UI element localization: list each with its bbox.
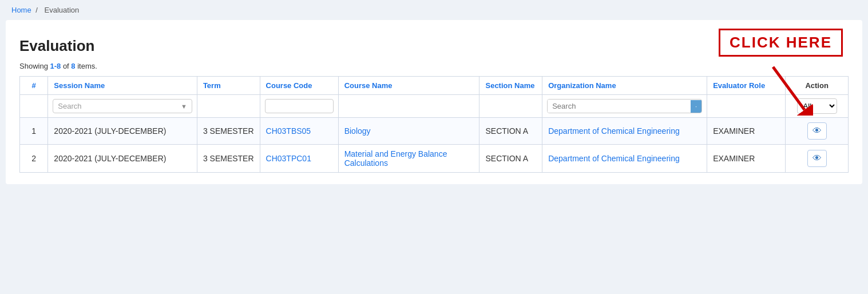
svg-line-1: [773, 67, 804, 110]
session-dropdown-caret: ▼: [181, 103, 187, 110]
filter-num: [20, 95, 48, 118]
cell-course-name: Biology: [338, 118, 479, 145]
col-header-section[interactable]: Section Name: [479, 77, 542, 95]
table-body: 1 2020-2021 (JULY-DECEMBER) 3 SEMESTER C…: [20, 118, 849, 173]
cell-course-code: CH03TBS05: [260, 118, 338, 145]
session-search-dropdown[interactable]: Search ▼: [53, 99, 192, 113]
showing-text: Showing 1-8 of 8 items.: [19, 62, 849, 70]
col-header-num: #: [20, 77, 48, 95]
org-search-button[interactable]: ·: [691, 100, 701, 113]
cell-num: 2: [20, 145, 48, 173]
page-wrapper: CLICK HERE Evaluation Showing 1-8 of 8 i…: [19, 31, 849, 173]
view-button[interactable]: 👁: [807, 122, 827, 140]
cell-role: EXAMINER: [707, 145, 786, 173]
session-search-placeholder: Search: [58, 102, 81, 110]
arrow-icon: [767, 64, 813, 116]
table-row: 1 2020-2021 (JULY-DECEMBER) 3 SEMESTER C…: [20, 118, 849, 145]
cell-section: SECTION A: [479, 118, 542, 145]
org-search-container: ·: [547, 99, 702, 113]
cell-section: SECTION A: [479, 145, 542, 173]
cell-session: 2020-2021 (JULY-DECEMBER): [48, 118, 197, 145]
course-code-filter-input[interactable]: [265, 99, 334, 113]
org-search-input[interactable]: [548, 100, 691, 113]
evaluation-table: # Session Name Term Course Code Course N…: [19, 76, 849, 173]
breadcrumb: Home / Evaluation: [0, 0, 868, 20]
cell-term: 3 SEMESTER: [197, 145, 260, 173]
filter-course-name: [338, 95, 479, 118]
col-header-course-code[interactable]: Course Code: [260, 77, 338, 95]
cell-org: Department of Chemical Engineering: [542, 145, 707, 173]
eye-icon: 👁: [812, 153, 822, 164]
col-header-course-name[interactable]: Course Name: [338, 77, 479, 95]
cell-course-name: Material and Energy Balance Calculations: [338, 145, 479, 173]
cell-num: 1: [20, 118, 48, 145]
eye-icon: 👁: [812, 126, 822, 136]
cell-action: 👁: [786, 145, 849, 173]
view-button[interactable]: 👁: [807, 150, 827, 167]
main-content: CLICK HERE Evaluation Showing 1-8 of 8 i…: [6, 20, 862, 184]
filter-term: [197, 95, 260, 118]
cell-role: EXAMINER: [707, 118, 786, 145]
col-header-term[interactable]: Term: [197, 77, 260, 95]
col-header-session[interactable]: Session Name: [48, 77, 197, 95]
cell-org: Department of Chemical Engineering: [542, 118, 707, 145]
breadcrumb-home[interactable]: Home: [11, 6, 31, 14]
filter-section: [479, 95, 542, 118]
filter-org: ·: [542, 95, 707, 118]
filter-row: Search ▼ ·: [20, 95, 849, 118]
filter-course-code: [260, 95, 338, 118]
breadcrumb-current: Evaluation: [45, 6, 80, 14]
col-header-org[interactable]: Organization Name: [542, 77, 707, 95]
breadcrumb-separator: /: [35, 6, 38, 14]
cell-course-code: CH03TPC01: [260, 145, 338, 173]
cell-session: 2020-2021 (JULY-DECEMBER): [48, 145, 197, 173]
table-wrapper: # Session Name Term Course Code Course N…: [19, 76, 849, 173]
table-row: 2 2020-2021 (JULY-DECEMBER) 3 SEMESTER C…: [20, 145, 849, 173]
click-here-wrapper: CLICK HERE: [719, 29, 843, 57]
table-header-row: # Session Name Term Course Code Course N…: [20, 77, 849, 95]
cell-action: 👁: [786, 118, 849, 145]
click-here-label[interactable]: CLICK HERE: [719, 29, 843, 57]
filter-session: Search ▼: [48, 95, 197, 118]
cell-term: 3 SEMESTER: [197, 118, 260, 145]
